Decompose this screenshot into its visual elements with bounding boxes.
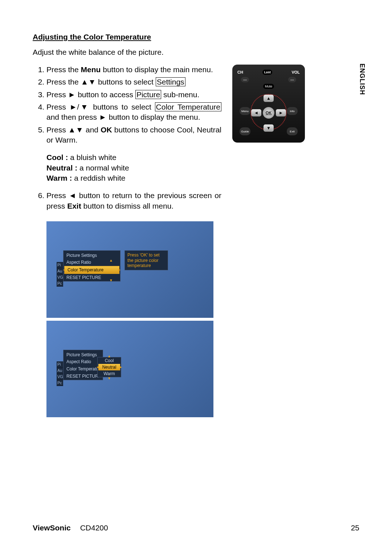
footer-model: CD4200 (80, 524, 108, 532)
mute-row: Mute (236, 85, 301, 88)
info-button: Info (287, 107, 298, 115)
step-4: Press ►/▼ buttons to select Color Temper… (46, 102, 221, 123)
up-arrow-button: ▲ (264, 95, 274, 102)
osd1-item-colortemp-selected: ◄Color Temperature► (64, 266, 119, 274)
left-arrow-button: ◄ (251, 109, 261, 116)
step-5: Press ▲▼ and OK buttons to choose Cool, … (46, 125, 221, 184)
t: Press ►/▼ buttons to select (46, 103, 155, 111)
osd1-sb-item: VG (57, 274, 63, 280)
osd2-sb-item: Pc (57, 380, 63, 386)
osd2-opt-cool: ▲Cool (98, 357, 121, 364)
footer-left: ViewSonic CD4200 (33, 524, 108, 532)
neutral-label: Neutral : (46, 164, 79, 172)
arrow-right-icon: ► (119, 365, 123, 369)
caret-up-icon: ▲ (109, 258, 113, 262)
manual-page: ENGLISH Adjusting the Color Temperature … (0, 0, 392, 554)
remote-wheel: Menu Info Guide Exit ▲ ▼ ◄ ► OK (240, 90, 298, 137)
arrow-left-icon: ◄ (62, 268, 66, 272)
osd2-item-aspect: Aspect Ratio (64, 358, 103, 365)
section-heading: Adjusting the Color Temperature (33, 33, 359, 41)
osd2-sb-item: Pi (57, 361, 63, 368)
last-button: Last (262, 70, 272, 75)
osd1-sb-item: Pc (57, 280, 63, 287)
neutral-text: a normal white (79, 164, 129, 172)
remote-sub-row: — — (236, 77, 301, 85)
exit-button: Exit (287, 127, 298, 135)
remote-illustration: CH Last VOL — — Mute Menu Info Guide Exi… (232, 65, 305, 143)
osd-screenshots: Pi Au VG Pc Picture Settings Aspect Rati… (46, 221, 213, 417)
t: Press ▲▼ and (46, 126, 101, 134)
t: and then press ► button to display the m… (46, 113, 200, 121)
footer-brand: ViewSonic (33, 524, 71, 532)
page-footer: ViewSonic CD4200 25 (33, 524, 359, 532)
guide-button: Guide (240, 127, 250, 135)
ok-button: OK (263, 107, 274, 119)
t: RESET PICTURE (66, 275, 101, 280)
t: Cool (105, 358, 114, 363)
osd2-popup: ▲Cool ◄Neutral► Warm▼ (97, 357, 121, 377)
t: Neutral (102, 365, 117, 370)
arrow-left-icon: ◄ (96, 365, 99, 369)
osd2-panel-header: Picture Settings (64, 350, 103, 358)
osd1-panel-header: Picture Settings (64, 251, 120, 259)
osd2-sidebar: Pi Au VG Pc (57, 361, 63, 386)
menu-bold: Menu (81, 65, 101, 74)
t: Warm (103, 371, 115, 376)
menu-button: Menu (240, 107, 250, 115)
t: Press the ▲▼ buttons to select (46, 78, 156, 86)
warm-label: Warm : (46, 174, 74, 182)
color-descriptions: Cool : a bluish white Neutral : a normal… (46, 152, 221, 183)
warm-text: a reddish white (74, 174, 125, 182)
ok-bold: OK (101, 126, 112, 134)
osd-screen-1: Pi Au VG Pc Picture Settings Aspect Rati… (46, 221, 213, 318)
vol-label: VOL (291, 70, 300, 74)
osd2-sb-item: VG (57, 374, 63, 380)
osd1-panel: Picture Settings Aspect Ratio▲ ◄Color Te… (63, 250, 121, 282)
cool-label: Cool : (46, 153, 70, 161)
minus-icon: — (241, 77, 249, 82)
t: sub-menu. (161, 90, 199, 99)
instructions-column: Press the Menu button to display the mai… (33, 65, 221, 417)
color-temp-box: Color Temperature (155, 102, 221, 111)
caret-down-icon: ▼ (107, 376, 111, 380)
osd2-sb-item: Au (57, 368, 63, 374)
caret-up-icon: ▲ (107, 354, 111, 358)
step-6: Press ◄ button to return to the previous… (46, 190, 221, 211)
step-2: Press the ▲▼ buttons to select Settings (46, 77, 221, 87)
step-1: Press the Menu button to display the mai… (46, 65, 221, 75)
osd1-sidebar: Pi Au VG Pc (57, 262, 63, 287)
exit-bold: Exit (67, 202, 81, 210)
t: Press the (46, 65, 81, 74)
plus-icon: — (288, 77, 296, 82)
osd2-opt-neutral-selected: ◄Neutral► (98, 364, 120, 370)
intro-text: Adjust the white balance of the picture. (33, 48, 359, 57)
cool-text: a bluish white (70, 153, 116, 161)
osd2-item-reset: RESET PICTUR (64, 373, 103, 380)
t: Color Temperature (68, 267, 103, 272)
osd1-item-aspect: Aspect Ratio▲ (64, 259, 120, 266)
language-tab: ENGLISH (358, 63, 366, 95)
page-number: 25 (351, 524, 359, 532)
t: button to display the main menu. (101, 65, 213, 74)
arrow-right-icon: ► (118, 268, 121, 272)
step-list: Press the Menu button to display the mai… (33, 65, 221, 211)
t: Aspect Ratio (66, 260, 91, 265)
down-arrow-button: ▼ (264, 124, 274, 132)
osd1-sb-item: Pi (57, 262, 63, 268)
osd2-opt-warm: Warm▼ (98, 370, 121, 377)
osd1-tooltip: Press 'OK' to set the picture color temp… (124, 250, 168, 270)
mute-button: Mute (263, 84, 274, 89)
t: Press ► button to access (46, 90, 135, 99)
right-arrow-button: ► (276, 109, 286, 116)
osd-screen-2: Pi Au VG Pc Picture Settings Aspect Rati… (46, 321, 213, 417)
settings-box: Settings (156, 77, 185, 86)
content-row: Press the Menu button to display the mai… (33, 65, 359, 417)
ch-label: CH (237, 70, 243, 74)
t: button to dismiss all menu. (81, 202, 173, 210)
remote-top-row: CH Last VOL (236, 70, 301, 77)
caret-down-icon: ▼ (109, 278, 113, 282)
step-3: Press ► button to access Picture sub-men… (46, 90, 221, 100)
osd1-item-reset: RESET PICTURE▼ (64, 274, 120, 281)
picture-box: Picture (135, 90, 161, 99)
